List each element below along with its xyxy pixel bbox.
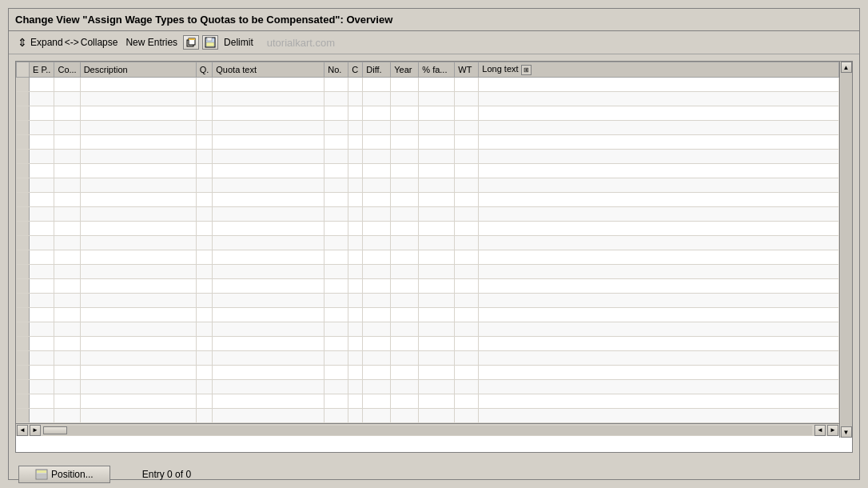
- main-window: Change View "Assign Wage Types to Quotas…: [8, 8, 860, 480]
- header-c: C: [348, 62, 363, 78]
- scroll-far-right-arrow[interactable]: ►: [827, 425, 838, 436]
- toolbar: ⇕ Expand <-> Collapse New Entries Delimi…: [9, 31, 859, 54]
- cell-co[interactable]: [54, 78, 80, 92]
- table-row: [17, 308, 839, 322]
- position-button[interactable]: Position...: [18, 466, 110, 483]
- new-entries-label: New Entries: [125, 37, 177, 48]
- header-wt: WT: [455, 62, 479, 78]
- position-btn-label: Position...: [51, 469, 94, 480]
- collapse-label: Collapse: [81, 37, 118, 48]
- separator-label: <->: [65, 37, 79, 48]
- table-row: [17, 380, 839, 394]
- table-header-row: E P.. Co... Description Q.: [17, 62, 839, 78]
- watermark: utorialkart.com: [267, 37, 335, 49]
- expand-label: Expand: [30, 37, 63, 48]
- table-row: [17, 265, 839, 279]
- header-quota-text: Quota text: [213, 62, 325, 78]
- header-year: Year: [391, 62, 419, 78]
- cell-ep[interactable]: [30, 78, 54, 92]
- table-row: [17, 337, 839, 351]
- header-description: Description: [80, 62, 196, 78]
- save-btn[interactable]: [202, 35, 218, 50]
- header-ep: E P..: [30, 62, 54, 78]
- scroll-track-vertical[interactable]: [841, 73, 852, 426]
- table-row: [17, 366, 839, 380]
- svg-rect-2: [189, 38, 195, 40]
- table-row: [17, 279, 839, 294]
- cell-long[interactable]: [479, 78, 839, 92]
- table-row: [17, 193, 839, 207]
- cell-no[interactable]: [325, 78, 348, 92]
- cell-quota[interactable]: [213, 78, 325, 92]
- copy-btn[interactable]: [183, 35, 199, 50]
- row-sel[interactable]: [17, 78, 30, 92]
- table-row: [17, 164, 839, 178]
- table-row: [17, 150, 839, 164]
- table-row: [17, 294, 839, 308]
- table-row: [17, 135, 839, 150]
- table-container: ▲ ▼ E P.. Co...: [15, 61, 853, 453]
- new-entries-btn[interactable]: New Entries: [123, 35, 180, 50]
- header-row-selector: [17, 62, 30, 78]
- table-row: [17, 222, 839, 236]
- horizontal-scrollbar[interactable]: ◄ ► ◄ ►: [16, 423, 839, 436]
- table-row: [17, 236, 839, 250]
- table-row: [17, 106, 839, 121]
- position-icon: [35, 469, 48, 480]
- svg-rect-4: [207, 38, 212, 41]
- table-row: [17, 250, 839, 265]
- header-co: Co...: [54, 62, 80, 78]
- table-body: [17, 78, 839, 423]
- scroll-right-arrow[interactable]: ◄: [814, 425, 826, 436]
- table-row: [17, 78, 839, 92]
- scroll-left-arrow[interactable]: ◄: [17, 425, 28, 436]
- header-pct-fa: % fa...: [419, 62, 455, 78]
- entry-info: Entry 0 of 0: [142, 469, 191, 480]
- expand-icon: ⇕: [16, 36, 29, 49]
- cell-year[interactable]: [391, 78, 419, 92]
- table-row: [17, 207, 839, 222]
- table-row: [17, 322, 839, 337]
- table-row: [17, 394, 839, 409]
- cell-desc[interactable]: [80, 78, 196, 92]
- main-table: E P.. Co... Description Q.: [16, 62, 839, 423]
- table-row: [17, 178, 839, 193]
- content-area: ▲ ▼ E P.. Co...: [9, 54, 859, 459]
- delimit-btn[interactable]: Delimit: [221, 35, 256, 50]
- title-bar: Change View "Assign Wage Types to Quotas…: [9, 9, 859, 31]
- svg-rect-5: [206, 42, 214, 46]
- table-row: [17, 121, 839, 135]
- h-scroll-thumb[interactable]: [43, 426, 67, 434]
- resize-handle-icon[interactable]: ⊞: [521, 65, 532, 75]
- save-icon: [205, 37, 216, 48]
- scroll-up-arrow[interactable]: ▲: [841, 62, 852, 73]
- copy-icon: [185, 37, 197, 48]
- delimit-label: Delimit: [224, 37, 253, 48]
- scroll-down-arrow[interactable]: ▼: [841, 426, 852, 438]
- cell-c[interactable]: [348, 78, 363, 92]
- expand-collapse-toolbar[interactable]: ⇕ Expand <-> Collapse: [14, 34, 120, 50]
- header-no: No.: [325, 62, 348, 78]
- header-long-text: Long text ⊞: [479, 62, 839, 78]
- svg-rect-7: [37, 470, 46, 473]
- vertical-scrollbar[interactable]: ▲ ▼: [839, 62, 852, 438]
- page-title: Change View "Assign Wage Types to Quotas…: [15, 14, 392, 26]
- cell-q[interactable]: [196, 78, 213, 92]
- cell-pct[interactable]: [419, 78, 455, 92]
- table-row: [17, 351, 839, 366]
- table-row: [17, 92, 839, 106]
- h-scroll-track[interactable]: [43, 426, 812, 435]
- scroll-right-arrow-small[interactable]: ►: [30, 425, 41, 436]
- footer: Position... Entry 0 of 0: [9, 459, 859, 488]
- header-q: Q.: [196, 62, 213, 78]
- table-row: [17, 409, 839, 423]
- header-diff: Diff.: [363, 62, 391, 78]
- cell-diff[interactable]: [363, 78, 391, 92]
- cell-wt[interactable]: [455, 78, 479, 92]
